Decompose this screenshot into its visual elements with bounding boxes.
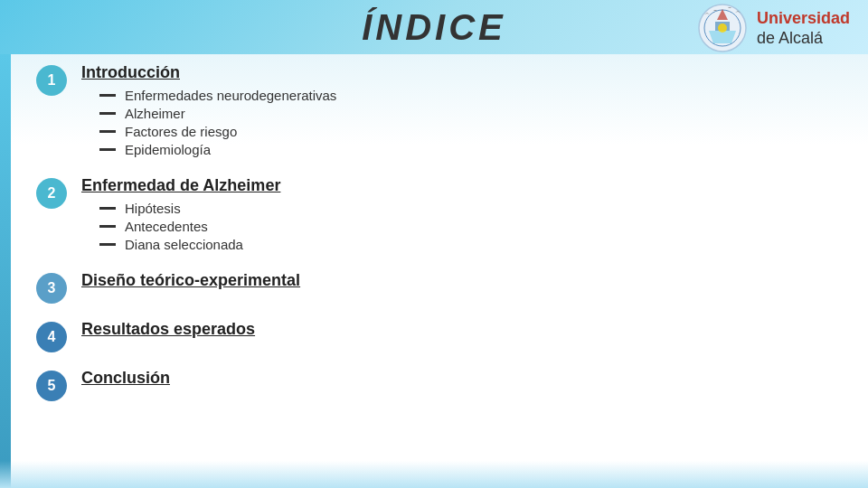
section-1: 1 Introducción Enfermedades neurodegener… [36, 63, 832, 160]
list-item: Epidemiología [99, 142, 832, 157]
list-item: Diana seleccionada [99, 237, 832, 252]
section-1-subitems: Enfermedades neurodegenerativas Alzheime… [99, 88, 832, 157]
badge-2: 2 [36, 178, 67, 209]
dash-icon [99, 207, 116, 210]
dash-icon [99, 225, 116, 228]
section-2: 2 Enfermedad de Alzheimer Hipótesis Ante… [36, 176, 832, 255]
dash-icon [99, 243, 116, 246]
section-2-title: Enfermedad de Alzheimer [81, 176, 832, 195]
section-1-content: Introducción Enfermedades neurodegenerat… [81, 63, 832, 160]
dash-icon [99, 94, 116, 97]
badge-3: 3 [36, 273, 67, 304]
university-name-line2: de Alcalá [757, 29, 850, 49]
list-item: Antecedentes [99, 219, 832, 234]
section-2-subitems: Hipótesis Antecedentes Diana seleccionad… [99, 201, 832, 252]
content-area: 1 Introducción Enfermedades neurodegener… [36, 63, 832, 470]
badge-4: 4 [36, 322, 67, 352]
badge-1: 1 [36, 65, 67, 96]
badge-5: 5 [36, 371, 67, 401]
section-4-content: Resultados esperados [81, 320, 832, 344]
list-item: Factores de riesgo [99, 124, 832, 139]
svg-point-5 [718, 23, 727, 33]
list-item: Alzheimer [99, 106, 832, 121]
section-3-content: Diseño teórico-experimental [81, 271, 832, 296]
section-5-content: Conclusión [81, 369, 832, 393]
section-4: 4 Resultados esperados [36, 320, 832, 352]
section-4-title: Resultados esperados [81, 320, 832, 339]
section-3-title: Diseño teórico-experimental [81, 271, 832, 290]
section-3: 3 Diseño teórico-experimental [36, 271, 832, 304]
page: ÍNDICE Universidad de Alcalá 1 [0, 0, 868, 488]
dash-icon [99, 112, 116, 115]
dash-icon [99, 130, 116, 133]
logo-emblem-icon [695, 4, 750, 53]
svg-marker-4 [709, 31, 736, 43]
university-name: Universidad de Alcalá [757, 9, 850, 48]
section-5: 5 Conclusión [36, 369, 832, 401]
university-name-line1: Universidad [757, 9, 850, 29]
section-1-title: Introducción [81, 63, 832, 82]
list-item: Hipótesis [99, 201, 832, 216]
section-5-title: Conclusión [81, 369, 832, 388]
dash-icon [99, 148, 116, 151]
list-item: Enfermedades neurodegenerativas [99, 88, 832, 103]
bottom-accent [0, 461, 868, 488]
university-logo: Universidad de Alcalá [695, 4, 850, 53]
left-bar [0, 54, 11, 488]
section-2-content: Enfermedad de Alzheimer Hipótesis Antece… [81, 176, 832, 255]
